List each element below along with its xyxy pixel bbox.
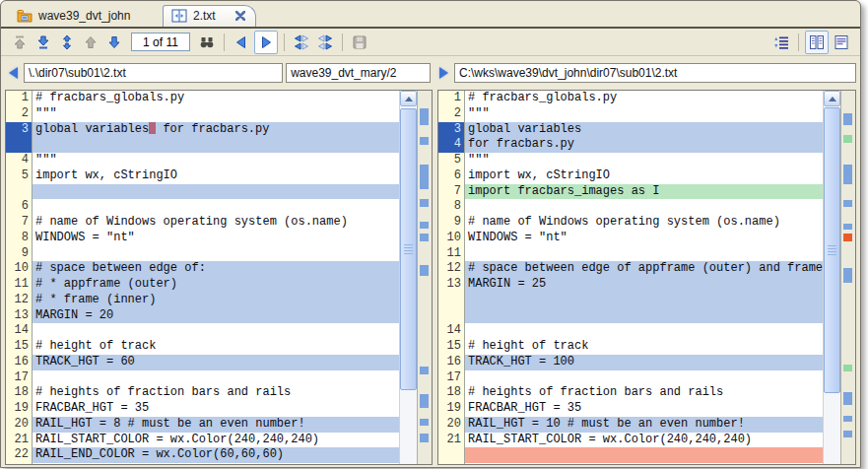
code-line[interactable]: # height of track [465,339,823,355]
right-pane-header [435,62,856,84]
find-button[interactable] [196,32,218,53]
code-line[interactable]: import wx, cStringIO [465,168,823,184]
code-line[interactable]: FRACBAR_HGT = 35 [465,401,823,417]
save-button[interactable] [349,32,370,53]
close-icon[interactable] [235,11,245,21]
left-session-input[interactable] [286,63,431,83]
code-line[interactable]: TRACK_HGT = 100 [465,355,823,370]
line-number: 18 [438,385,464,401]
code-line[interactable] [465,308,823,324]
left-path-input[interactable] [24,63,283,83]
line-number: 4 [6,153,32,168]
right-code-area[interactable]: # fracbars_globals.py"""global variables… [465,91,823,464]
code-line[interactable]: RAIL_HGT = 8 # must be an even number! [33,417,399,433]
scrollbar-thumb[interactable] [824,107,840,393]
arrow-down-icon [106,34,122,50]
code-line[interactable]: # fracbars_globals.py [465,91,823,106]
code-line[interactable] [465,447,823,463]
code-line[interactable]: # name of Windows operating system (os.n… [33,215,399,231]
right-pane-nav-button[interactable] [435,65,451,81]
code-line[interactable]: MARGIN = 20 [33,308,399,324]
scroll-up-button[interactable] [400,91,417,106]
code-line[interactable]: # space between edge of appframe (outer)… [465,261,823,277]
code-line[interactable] [33,184,399,200]
code-line[interactable]: global variables [465,122,823,138]
code-line[interactable] [33,370,399,386]
code-line[interactable] [33,246,399,262]
code-line[interactable]: """ [465,106,823,122]
right-vertical-scrollbar[interactable] [823,91,840,464]
code-line[interactable]: RAIL_START_COLOR = wx.Color(240,240,240) [33,433,399,448]
code-line[interactable] [465,323,823,339]
diff-map-marker-changed [420,419,429,426]
code-line[interactable]: import wx, cStringIO [33,168,399,184]
first-difference-button[interactable] [9,32,31,53]
left-vertical-scrollbar[interactable] [399,91,417,464]
code-line[interactable]: RAIL_HGT = 10 # must be an even number! [465,417,823,433]
code-line[interactable]: # space between edge of: [33,261,399,277]
code-line[interactable] [33,323,399,339]
code-line[interactable] [33,199,399,215]
previous-difference-button[interactable] [80,32,101,53]
copy-all-to-right-button[interactable] [314,32,336,53]
right-diff-map[interactable] [840,91,855,464]
code-line[interactable] [33,137,399,153]
next-difference-button[interactable] [103,32,125,53]
current-difference-button[interactable] [56,32,78,53]
code-line[interactable] [465,293,823,308]
double-triangles-left-icon [294,34,309,50]
code-line[interactable]: # heights of fraction bars and rails [465,385,823,401]
code-line[interactable]: # height of track [33,339,399,355]
code-line[interactable]: """ [33,106,399,122]
toolbar-separator [342,34,343,51]
code-line[interactable]: # fracbars_globals.py [33,91,399,106]
line-numbers-toggle-button[interactable] [770,32,792,53]
diff-tool-window: wave39_dvt_john 2.txt [0,0,861,468]
left-code-area[interactable]: # fracbars_globals.py"""global variables… [33,91,399,464]
triangle-right-icon [439,67,448,79]
tab-session-folder[interactable]: wave39_dvt_john [9,6,157,27]
unified-view-button[interactable] [831,32,852,53]
line-number: 10 [438,231,464,246]
code-line[interactable]: FRACBAR_HGT = 35 [33,401,399,417]
diff-map-marker-deleted [843,234,852,241]
tab-file-diff[interactable]: 2.txt [163,5,256,27]
code-line[interactable]: """ [465,153,823,168]
code-line[interactable]: for fracbars.py [465,137,823,153]
code-line[interactable]: MARGIN = 25 [465,277,823,293]
arrow-up-icon [405,97,413,101]
code-line[interactable]: WINDOWS = "nt" [33,231,399,246]
code-line[interactable]: global variables for fracbars.py [33,122,399,138]
left-pane-nav-button[interactable] [5,65,21,81]
code-line[interactable]: # * frame (inner) [33,293,399,308]
copy-to-left-button[interactable] [231,32,252,53]
line-number: 11 [438,246,464,262]
code-line[interactable]: RAIL_END_COLOR = wx.Color(60,60,60) [33,447,399,463]
right-path-input[interactable] [454,63,856,83]
code-line[interactable]: # heights of fraction bars and rails [33,385,399,401]
code-line[interactable]: TRACK_HGT = 60 [33,355,399,370]
code-line[interactable]: WINDOWS = "nt" [465,231,823,246]
code-line[interactable]: """ [33,153,399,168]
scrollbar-thumb[interactable] [400,108,417,390]
last-difference-button[interactable] [33,32,54,53]
diff-map-marker-changed [420,199,429,207]
line-number: 17 [6,370,32,386]
code-line[interactable]: # * appframe (outer) [33,277,399,293]
code-line[interactable]: RAIL_START_COLOR = wx.Color(240,240,240) [465,433,823,448]
copy-all-to-left-button[interactable] [291,32,312,53]
line-number: 22 [6,447,32,463]
code-line[interactable]: # name of Windows operating system (os.n… [465,215,823,231]
code-line[interactable]: import fracbars_images as I [465,184,823,200]
intraline-diff-marker [149,122,156,134]
code-line[interactable] [465,246,823,262]
code-line[interactable] [465,370,823,386]
code-line[interactable] [465,199,823,215]
left-diff-map[interactable] [417,91,432,464]
difference-position-indicator[interactable]: 1 of 11 [131,33,190,51]
scroll-up-button[interactable] [824,91,840,106]
double-triangles-right-icon [317,34,333,50]
side-by-side-view-button[interactable] [805,31,829,54]
diff-map-marker-changed [843,224,852,230]
copy-to-right-button[interactable] [254,31,278,54]
